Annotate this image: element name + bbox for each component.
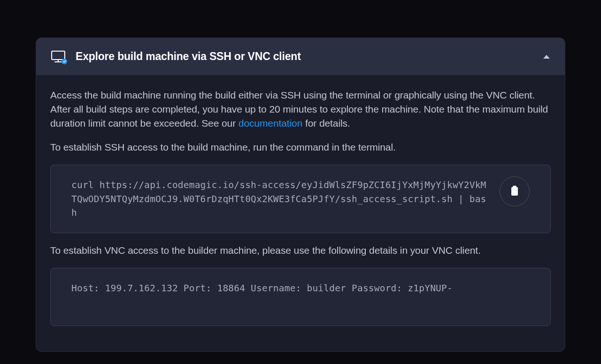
vnc-instruction: To establish VNC access to the builder m… [50, 243, 551, 258]
documentation-link[interactable]: documentation [239, 118, 302, 129]
description-text: Access the build machine running the bui… [50, 88, 551, 130]
panel-header[interactable]: Explore build machine via SSH or VNC cli… [36, 38, 565, 75]
panel-header-left: Explore build machine via SSH or VNC cli… [51, 50, 301, 63]
panel-body: Access the build machine running the bui… [36, 75, 565, 351]
panel-title: Explore build machine via SSH or VNC cli… [76, 50, 301, 63]
collapse-icon[interactable] [543, 55, 550, 59]
check-badge-icon [62, 59, 67, 64]
monitor-icon [51, 51, 65, 63]
explore-build-machine-panel: Explore build machine via SSH or VNC cli… [36, 38, 565, 352]
clipboard-icon [511, 187, 518, 196]
vnc-details-block: Host: 199.7.162.132 Port: 18864 Username… [50, 268, 551, 326]
ssh-command-text: curl https://api.codemagic.io/ssh-access… [71, 178, 490, 220]
ssh-command-block: curl https://api.codemagic.io/ssh-access… [50, 165, 551, 233]
ssh-instruction: To establish SSH access to the build mac… [50, 140, 551, 154]
copy-button[interactable] [500, 176, 530, 206]
svg-rect-0 [52, 51, 65, 60]
vnc-details-text: Host: 199.7.162.132 Port: 18864 Username… [71, 281, 530, 295]
